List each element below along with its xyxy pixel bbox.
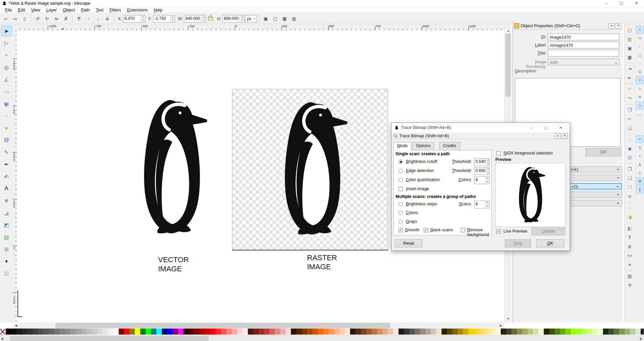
palette-swatch[interactable] bbox=[598, 329, 603, 335]
snap-path-intersections-icon[interactable]: ✕ bbox=[636, 93, 644, 101]
palette-swatch[interactable] bbox=[113, 329, 119, 335]
palette-overflow-arrow[interactable]: ◀ bbox=[640, 330, 643, 333]
palette-swatch[interactable] bbox=[178, 329, 183, 335]
lower-icon[interactable]: ↓ bbox=[93, 14, 102, 23]
palette-swatch[interactable] bbox=[226, 329, 232, 335]
snap-paths-icon[interactable]: ≈ bbox=[636, 85, 644, 93]
image-rendering-select[interactable]: auto ▼ bbox=[548, 59, 619, 65]
palette-swatch[interactable] bbox=[538, 329, 544, 335]
palette-swatch[interactable] bbox=[468, 329, 474, 335]
palette-swatch[interactable] bbox=[124, 329, 129, 335]
vertical-ruler[interactable]: 10007505002500-250 bbox=[12, 30, 17, 322]
palette-swatch[interactable] bbox=[382, 329, 388, 335]
trace-bitmap-dialog[interactable]: Trace Bitmap (Shift+Alt+B) – ▢ ✕ Trace B… bbox=[391, 123, 570, 251]
menu-help[interactable]: Help bbox=[151, 7, 165, 13]
palette-scrollbar-thumb[interactable] bbox=[10, 336, 209, 341]
palette-swatch[interactable] bbox=[92, 329, 97, 335]
color-quantization-spinner[interactable]: 8▲▼ bbox=[474, 176, 490, 183]
vector-penguin-image[interactable] bbox=[129, 89, 210, 246]
menu-filters[interactable]: Filters bbox=[107, 7, 124, 13]
palette-swatch[interactable] bbox=[506, 329, 512, 335]
palette-swatch[interactable] bbox=[140, 329, 146, 335]
snap-bbox-icon[interactable]: ▭ bbox=[636, 34, 644, 42]
siox-checkbox[interactable] bbox=[496, 151, 501, 156]
snap-bbox-edges-icon[interactable]: ▫ bbox=[636, 43, 644, 50]
tool-eraser[interactable]: ◢ bbox=[1, 207, 12, 218]
minimize-button[interactable]: – bbox=[599, 0, 614, 7]
palette-swatch[interactable] bbox=[420, 329, 425, 335]
tab-credits[interactable]: Credits bbox=[439, 142, 460, 150]
palette-swatch[interactable] bbox=[54, 329, 60, 335]
tool-paint-bucket[interactable]: ◩ bbox=[1, 219, 12, 230]
palette-swatch[interactable] bbox=[372, 329, 377, 335]
snap-bbox-edge-midpoints-icon[interactable]: ∙ bbox=[636, 60, 644, 67]
width-spinner[interactable]: 840.000▲▼ bbox=[184, 15, 206, 23]
snap-text-baseline-icon[interactable]: A bbox=[636, 161, 644, 168]
maximize-button[interactable]: ▢ bbox=[539, 123, 552, 132]
palette-swatch[interactable] bbox=[38, 329, 43, 335]
palette-swatch[interactable] bbox=[458, 329, 463, 335]
snap-others-icon[interactable]: ⌖ bbox=[636, 135, 644, 143]
palette-swatch[interactable] bbox=[259, 329, 264, 335]
palette-swatch[interactable] bbox=[447, 329, 452, 335]
menu-extensions[interactable]: Extensions bbox=[124, 7, 151, 13]
palette-swatch[interactable] bbox=[6, 329, 11, 335]
new-icon[interactable]: ▢ bbox=[626, 26, 634, 34]
palette-swatch[interactable] bbox=[329, 329, 334, 335]
maximize-button[interactable]: ▢ bbox=[614, 0, 629, 7]
palette-swatch[interactable] bbox=[291, 329, 296, 335]
scroll-right-arrow[interactable]: ▶ bbox=[500, 324, 502, 327]
unit-select[interactable]: px▾ bbox=[245, 15, 257, 23]
palette-swatch[interactable] bbox=[307, 329, 312, 335]
snap-object-centers-icon[interactable]: ⊙ bbox=[636, 144, 644, 151]
palette-swatch[interactable] bbox=[33, 329, 38, 335]
close-button[interactable]: ✕ bbox=[629, 0, 644, 7]
no-color-swatch[interactable] bbox=[0, 329, 5, 335]
palette-swatch[interactable] bbox=[366, 329, 372, 335]
palette-swatch[interactable] bbox=[312, 329, 318, 335]
palette-swatch[interactable] bbox=[334, 329, 339, 335]
tool-spiral[interactable]: @ bbox=[1, 135, 12, 145]
palette-swatch[interactable] bbox=[608, 329, 614, 335]
palette-swatch[interactable] bbox=[345, 329, 350, 335]
palette-swatch[interactable] bbox=[205, 329, 210, 335]
paste-icon[interactable]: ❏ bbox=[626, 124, 634, 132]
palette-swatch[interactable] bbox=[103, 329, 108, 335]
export-icon[interactable]: ⇤ bbox=[626, 74, 634, 82]
palette-swatch[interactable] bbox=[264, 329, 269, 335]
brightness-steps-spinner[interactable]: 8▲▼ bbox=[474, 201, 490, 208]
text-icon[interactable]: T bbox=[626, 233, 634, 242]
close-panel-button[interactable]: ✕ bbox=[615, 23, 621, 29]
select-all-icon[interactable]: ▭ bbox=[11, 14, 20, 23]
trace-dialog-titlebar[interactable]: Trace Bitmap (Shift+Alt+B) – ▢ ✕ bbox=[391, 123, 570, 132]
palette-swatch[interactable] bbox=[70, 329, 76, 335]
layers-icon[interactable]: ≣ bbox=[626, 242, 634, 251]
vector-image-label[interactable]: VECTOR IMAGE bbox=[158, 255, 189, 273]
palette-scrollbar[interactable]: ◀ ▶ bbox=[0, 335, 644, 341]
clone-linked-icon[interactable]: ❒ bbox=[626, 183, 634, 192]
tool-dropper[interactable]: ♦ bbox=[1, 256, 12, 267]
raise-to-top-icon[interactable]: ⇈ bbox=[75, 14, 83, 23]
snap-cusp-nodes-icon[interactable]: ◇ bbox=[636, 102, 644, 109]
horizontal-scrollbar[interactable]: ◀ ▶ bbox=[12, 322, 504, 329]
stack-scans-checkbox[interactable]: ✓ bbox=[424, 228, 428, 232]
palette-swatch[interactable] bbox=[565, 329, 571, 335]
palette-swatch[interactable] bbox=[490, 329, 495, 335]
set-button[interactable]: Set bbox=[585, 148, 621, 157]
palette-swatch[interactable] bbox=[49, 329, 54, 335]
tool-pen[interactable]: ✒ bbox=[1, 159, 12, 170]
palette-swatch[interactable] bbox=[425, 329, 431, 335]
palette-swatch[interactable] bbox=[576, 329, 581, 335]
palette-swatch[interactable] bbox=[221, 329, 226, 335]
palette-swatch[interactable] bbox=[183, 329, 189, 335]
palette-swatch[interactable] bbox=[216, 329, 221, 335]
palette-swatch[interactable] bbox=[11, 329, 16, 335]
tool-connector[interactable]: ⊡ bbox=[1, 268, 12, 279]
ok-button[interactable]: OK bbox=[536, 239, 564, 247]
palette-swatch[interactable] bbox=[635, 329, 641, 335]
snap-nodes-icon[interactable]: ⌖ bbox=[636, 76, 644, 84]
live-preview-checkbox[interactable]: ✓ bbox=[496, 229, 501, 234]
palette-swatch[interactable] bbox=[549, 329, 555, 335]
flip-horizontal-icon[interactable]: ⇋ bbox=[52, 14, 61, 23]
palette-swatch[interactable] bbox=[119, 329, 124, 335]
